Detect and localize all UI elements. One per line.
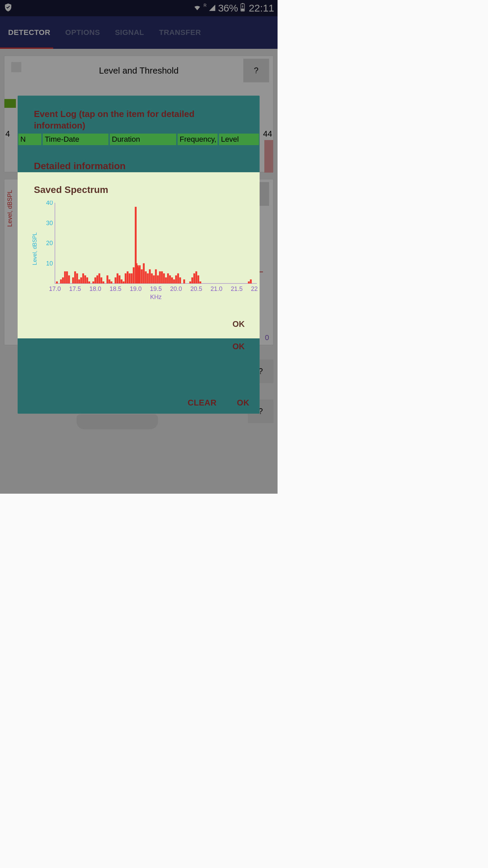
card-title: Level and Threshold (4, 56, 273, 76)
svg-rect-26 (68, 275, 70, 283)
scale-max: 44 (263, 129, 272, 139)
svg-rect-71 (163, 273, 165, 283)
svg-text:10: 10 (46, 260, 53, 267)
svg-text:21.5: 21.5 (231, 285, 243, 292)
svg-rect-59 (139, 265, 141, 283)
wifi-icon (193, 2, 202, 14)
svg-rect-84 (196, 271, 197, 283)
help-button[interactable]: ? (243, 59, 269, 82)
clock: 22:11 (249, 2, 274, 14)
level-bar (4, 99, 16, 108)
detailed-info-title: Detailed information (18, 151, 260, 174)
svg-rect-46 (117, 273, 118, 283)
svg-rect-39 (98, 273, 100, 283)
col-frequency[interactable]: Frequency, (178, 134, 218, 145)
chart-svg: 1020304017.017.518.018.519.019.520.020.5… (41, 201, 258, 302)
roaming-indicator: R (204, 3, 207, 8)
svg-rect-24 (64, 271, 66, 283)
battery-icon (240, 2, 245, 14)
svg-rect-28 (74, 271, 76, 283)
svg-rect-67 (155, 269, 157, 283)
svg-rect-52 (129, 273, 130, 283)
ok-button[interactable]: OK (232, 342, 245, 351)
svg-rect-37 (95, 277, 96, 283)
status-bar: R 36% 22:11 (0, 0, 278, 16)
svg-rect-64 (149, 269, 150, 283)
svg-rect-69 (159, 271, 161, 283)
svg-rect-65 (151, 273, 152, 283)
ok-button[interactable]: OK (237, 398, 249, 408)
svg-text:20.5: 20.5 (190, 285, 202, 292)
event-log-title: Event Log (tap on the item for detailed … (18, 96, 260, 134)
svg-rect-48 (121, 279, 122, 283)
svg-rect-82 (191, 277, 193, 283)
svg-rect-83 (194, 273, 195, 283)
svg-rect-1 (242, 3, 243, 4)
scale-min: 4 (5, 129, 10, 139)
ok-button[interactable]: OK (232, 319, 245, 329)
svg-rect-63 (147, 273, 148, 283)
svg-text:22.0: 22.0 (251, 285, 258, 292)
svg-rect-51 (127, 271, 128, 283)
svg-rect-23 (62, 277, 64, 283)
svg-rect-76 (173, 279, 175, 283)
tab-detector[interactable]: DETECTOR (8, 28, 50, 37)
svg-text:18.0: 18.0 (89, 285, 101, 292)
svg-rect-32 (82, 273, 84, 283)
svg-rect-40 (100, 277, 102, 283)
svg-rect-74 (169, 275, 171, 283)
svg-rect-88 (250, 279, 251, 283)
tab-indicator (0, 47, 53, 49)
svg-text:17.0: 17.0 (49, 285, 61, 292)
svg-rect-73 (167, 273, 169, 283)
svg-rect-68 (157, 275, 159, 283)
svg-rect-86 (199, 281, 201, 283)
battery-percent: 36% (218, 2, 238, 14)
screen: R 36% 22:11 DETECTOR OPTIONS SIGNAL TRAN… (0, 0, 278, 494)
svg-text:30: 30 (46, 220, 53, 226)
svg-rect-34 (86, 277, 88, 283)
svg-rect-80 (183, 279, 185, 283)
checkbox[interactable] (11, 62, 21, 72)
svg-rect-87 (248, 281, 249, 283)
svg-text:20.0: 20.0 (170, 285, 182, 292)
svg-text:20: 20 (46, 240, 53, 246)
col-time-date[interactable]: Time-Date (43, 134, 108, 145)
svg-rect-62 (145, 271, 147, 283)
svg-rect-85 (197, 275, 199, 283)
svg-rect-30 (78, 279, 80, 283)
signal-icon (208, 2, 216, 14)
event-log-header: N Time-Date Duration Frequency, Level (18, 134, 260, 145)
svg-rect-43 (108, 279, 110, 283)
svg-rect-47 (119, 275, 120, 283)
tab-transfer[interactable]: TRANSFER (159, 28, 201, 37)
svg-text:19.0: 19.0 (130, 285, 142, 292)
spectrum-chart: Level, dBSPL 1020304017.017.518.018.519.… (34, 201, 256, 338)
svg-rect-33 (84, 275, 86, 283)
col-n[interactable]: N (18, 134, 41, 145)
svg-rect-27 (72, 277, 74, 283)
dialog-event-log: Event Log (tap on the item for detailed … (18, 96, 260, 414)
tab-options[interactable]: OPTIONS (65, 28, 100, 37)
svg-rect-61 (143, 263, 145, 284)
svg-rect-54 (133, 267, 135, 283)
svg-text:21.0: 21.0 (210, 285, 222, 292)
clear-button[interactable]: CLEAR (188, 398, 217, 408)
svg-rect-53 (131, 273, 133, 283)
svg-rect-60 (141, 269, 143, 283)
svg-rect-49 (123, 281, 124, 283)
button-placeholder[interactable] (77, 414, 158, 429)
svg-text:19.5: 19.5 (150, 285, 162, 292)
app-icon (3, 3, 13, 14)
svg-rect-78 (177, 273, 179, 283)
saved-spectrum-title: Saved Spectrum (18, 172, 260, 198)
svg-rect-29 (76, 273, 78, 283)
svg-rect-36 (93, 281, 94, 283)
y-axis-label: Level, dBSPL (32, 232, 38, 265)
tab-signal[interactable]: SIGNAL (115, 28, 144, 37)
dialog-saved-spectrum: Saved Spectrum Level, dBSPL 1020304017.0… (18, 172, 260, 338)
y-axis-label: Level, dBSPL (6, 190, 14, 227)
col-duration[interactable]: Duration (110, 134, 176, 145)
svg-rect-42 (106, 275, 108, 283)
col-level[interactable]: Level (219, 134, 259, 145)
